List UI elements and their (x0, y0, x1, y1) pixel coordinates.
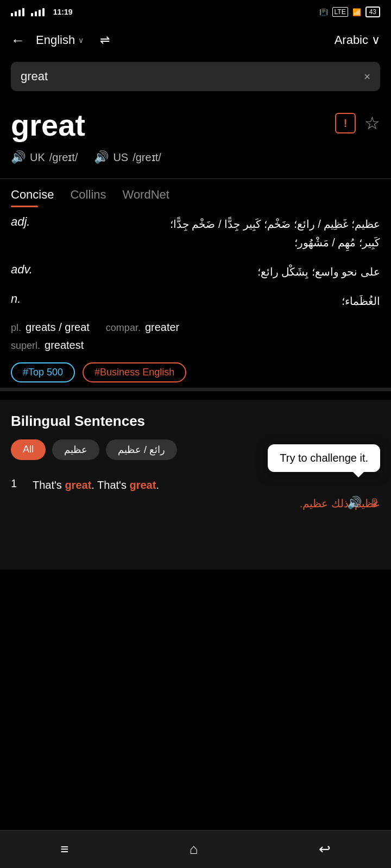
swap-languages-button[interactable]: ⇌ (100, 33, 110, 47)
section-separator (0, 388, 391, 391)
audio-record-button[interactable]: 🎙 (369, 497, 380, 509)
tab-wordnet[interactable]: WordNet (123, 188, 169, 207)
plural-value: greats / great (26, 321, 90, 334)
battery-indicator: 43 (365, 7, 380, 17)
bookmark-button[interactable]: ☆ (364, 113, 380, 133)
tags-row: #Top 500 #Business English (11, 362, 380, 382)
sentence-item-1: 1 That's great. That's great. عظيم. ذلك … (11, 471, 380, 515)
us-label: US (113, 151, 128, 164)
pos-adv: adv. (11, 263, 43, 277)
uk-label: UK (30, 151, 45, 164)
status-left: 11:19 (11, 8, 72, 16)
pos-adj: adj. (11, 215, 43, 229)
comparative-form: compar. greater (106, 321, 179, 334)
target-lang-label: Arabic (335, 33, 368, 47)
us-pronunciation[interactable]: 🔊 US /greɪt/ (94, 150, 161, 164)
top-nav: ← English ∨ ⇌ Arabic ∨ (0, 24, 391, 56)
status-right: 📳 LTE 📶 43 (319, 7, 380, 17)
audio-play-button[interactable]: 🔊 (347, 496, 362, 510)
def-text-adj: عظيم؛ غَظِيم / رائع؛ ضَخْم؛ كَبِير جِدًّ… (52, 215, 380, 252)
tab-collins[interactable]: Collins (70, 188, 106, 207)
sentence-en-before: That's (33, 479, 65, 491)
sentence-actions-1: 🔊 🎙 (347, 496, 380, 510)
pos-n: n. (11, 292, 43, 306)
inflection-row: pl. greats / great compar. greater (11, 321, 380, 334)
def-text-adv: على نحو واسع؛ بِشَكْل رائع؛ (52, 263, 380, 281)
word-title-row: great ! ☆ (11, 107, 380, 143)
plural-label: pl. (11, 322, 21, 334)
us-speaker-icon: 🔊 (94, 150, 109, 164)
wifi-icon: 📶 (352, 8, 361, 16)
sentence-highlight-2: great (129, 479, 156, 491)
lte-label: LTE (332, 7, 348, 17)
plural-form: pl. greats / great (11, 321, 90, 334)
chip-great-ar2[interactable]: رائع / عظيم (106, 439, 177, 460)
report-button[interactable]: ! (335, 113, 356, 133)
tooltip-bubble: Try to challenge it. (268, 444, 380, 472)
home-button[interactable]: ⌂ (173, 835, 215, 863)
chip-great-ar1[interactable]: عظيم (52, 439, 99, 460)
time-display: 11:19 (53, 8, 73, 16)
sentence-en-after: . (156, 479, 159, 491)
tabs-bar: Concise Collins WordNet (0, 188, 391, 207)
sentence-en-mid: . That's (91, 479, 129, 491)
clear-search-button[interactable]: × (364, 71, 370, 83)
comparative-value: greater (145, 321, 179, 334)
uk-pronunciation[interactable]: 🔊 UK /greɪt/ (11, 150, 78, 164)
bottom-nav: ≡ ⌂ ↩ (0, 830, 391, 868)
search-bar: × (11, 62, 380, 91)
bilingual-section: Bilingual Sentences All عظيم رائع / عظيم… (0, 400, 391, 570)
target-language-selector[interactable]: Arabic ∨ (335, 33, 380, 47)
superlative-label: superl. (11, 340, 40, 352)
chip-all[interactable]: All (11, 439, 46, 460)
status-bar: 11:19 📳 LTE 📶 43 (0, 0, 391, 24)
superlative-form: superl. greatest (11, 339, 84, 352)
inflection-row-2: superl. greatest (11, 339, 380, 352)
pronunciation-row: 🔊 UK /greɪt/ 🔊 US /greɪt/ (11, 150, 380, 164)
signal-bars-2 (31, 8, 45, 16)
word-title: great (11, 107, 85, 143)
comparative-label: compar. (106, 322, 141, 334)
sentence-en-1: That's great. That's great. (33, 476, 380, 494)
divider-1 (0, 178, 391, 179)
bilingual-section-title: Bilingual Sentences (11, 413, 380, 430)
definition-adv: adv. على نحو واسع؛ بِشَكْل رائع؛ (11, 263, 380, 281)
target-lang-chevron: ∨ (371, 33, 380, 47)
tag-top500[interactable]: #Top 500 (11, 362, 75, 382)
signal-bars (11, 8, 24, 16)
sentence-highlight-1: great (65, 479, 91, 491)
word-actions: ! ☆ (335, 107, 380, 133)
source-lang-label: English (36, 33, 75, 47)
sentence-number-1: 1 (11, 477, 24, 490)
source-lang-chevron: ∨ (78, 36, 84, 44)
tag-business-english[interactable]: #Business English (83, 362, 186, 382)
sentence-ar-1: عظيم. ذلك عظيم. (33, 497, 380, 510)
vibrate-icon: 📳 (319, 8, 328, 16)
tab-concise[interactable]: Concise (11, 188, 54, 207)
uk-speaker-icon: 🔊 (11, 150, 26, 164)
sentence-content-1: That's great. That's great. عظيم. ذلك عظ… (33, 476, 380, 510)
back-button[interactable]: ← (11, 32, 25, 49)
uk-phonetic: /greɪt/ (49, 151, 78, 164)
definition-n: n. الغُظَماء؛ (11, 292, 380, 310)
superlative-value: greatest (45, 339, 84, 352)
word-area: great ! ☆ 🔊 UK /greɪt/ 🔊 US /greɪt/ (0, 97, 391, 170)
definition-adj: adj. عظيم؛ غَظِيم / رائع؛ ضَخْم؛ كَبِير … (11, 215, 380, 252)
back-nav-button[interactable]: ↩ (302, 835, 347, 863)
menu-button[interactable]: ≡ (44, 835, 85, 863)
definition-section: adj. عظيم؛ غَظِيم / رائع؛ ضَخْم؛ كَبِير … (0, 209, 391, 388)
source-language-selector[interactable]: English ∨ (36, 33, 84, 47)
search-input[interactable] (21, 69, 358, 84)
def-text-n: الغُظَماء؛ (52, 292, 380, 310)
us-phonetic: /greɪt/ (133, 151, 161, 164)
